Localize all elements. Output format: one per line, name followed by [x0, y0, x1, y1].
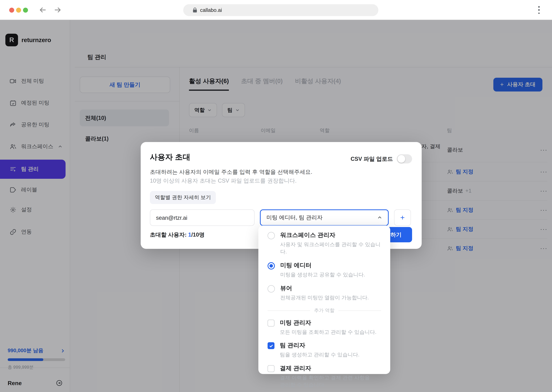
invite-count: 초대할 사용자: 1/10명 — [150, 231, 204, 238]
window-minimize-button[interactable] — [16, 8, 21, 13]
browser-menu-icon[interactable] — [538, 6, 540, 14]
window-zoom-button[interactable] — [23, 8, 28, 13]
checkbox-checked[interactable] — [268, 342, 275, 349]
browser-chrome: callabo.ai — [0, 0, 552, 20]
role-permissions-button[interactable]: 역할별 권한 자세히 보기 — [150, 191, 216, 204]
email-input[interactable]: sean@rtzr.ai — [150, 210, 254, 226]
role-option-meeting-editor[interactable]: 미팅 에디터 미팅을 생성하고 공유할 수 있습니다. — [268, 261, 381, 279]
csv-upload-toggle[interactable] — [397, 154, 412, 163]
checkbox-unchecked[interactable] — [268, 320, 275, 326]
checkbox-unchecked[interactable] — [268, 365, 275, 372]
role-option-workspace-admin[interactable]: 워크스페이스 관리자 사용자 및 워크스페이스를 관리할 수 있습니다. — [268, 231, 381, 256]
window-close-button[interactable] — [9, 8, 14, 13]
modal-description-sub: 10명 이상의 사용자 초대는 CSV 파일 업로드를 권장합니다. — [150, 177, 412, 184]
radio-unchecked[interactable] — [268, 285, 275, 292]
invite-user-modal: 사용자 초대 CSV 파일 업로드 초대하려는 사용자의 이메일 주소를 입력 … — [141, 142, 422, 249]
add-invitee-button[interactable]: + — [394, 210, 411, 226]
address-bar[interactable]: callabo.ai — [183, 4, 378, 16]
role-option-viewer[interactable]: 뷰어 전체공개된 미팅만 열람이 가능합니다. — [268, 284, 381, 301]
lock-icon — [193, 8, 197, 13]
csv-upload-label: CSV 파일 업로드 — [351, 155, 393, 162]
role-option-meeting-admin[interactable]: 미팅 관리자 모든 미팅을 조회하고 관리할 수 있습니다. — [268, 319, 381, 336]
browser-back-icon[interactable] — [38, 5, 48, 14]
modal-title: 사용자 초대 — [150, 152, 190, 162]
radio-checked[interactable] — [268, 262, 275, 269]
role-select[interactable]: 미팅 에디터, 팀 관리자 — [260, 210, 389, 226]
radio-unchecked[interactable] — [268, 232, 275, 239]
chevron-up-icon — [377, 215, 382, 220]
extra-roles-divider: 추가 역할 — [268, 307, 381, 314]
role-option-team-admin[interactable]: 팀 관리자 팀을 생성하고 관리할 수 있습니다. — [268, 342, 381, 359]
modal-description: 초대하려는 사용자의 이메일 주소를 입력 후 역할을 선택해주세요. — [150, 168, 412, 176]
screen: callabo.ai R returnzero 전체 미팅 예정된 미팅 공유한… — [0, 0, 552, 392]
url-text: callabo.ai — [200, 7, 222, 13]
role-dropdown-panel: 워크스페이스 관리자 사용자 및 워크스페이스를 관리할 수 있습니다. 미팅 … — [258, 225, 390, 374]
role-option-billing-admin[interactable]: 결제 관리자 결제 이력을 확인하고 결제 관련 사항을 관리할 수 있습니다. — [268, 364, 381, 389]
browser-forward-icon[interactable] — [53, 5, 62, 14]
